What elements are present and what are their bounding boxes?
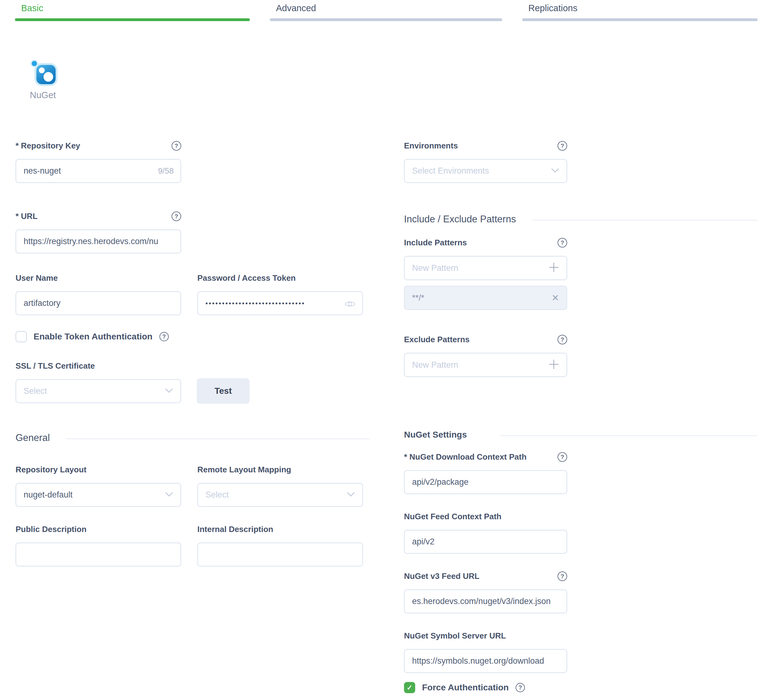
enable-token-authentication-row: Enable Token Authentication ?	[16, 331, 169, 342]
help-icon[interactable]: ?	[557, 335, 567, 344]
include-pattern-item: **/* ✕	[404, 286, 567, 310]
public-description-input[interactable]	[16, 543, 181, 567]
nuget-download-context-path-field: * NuGet Download Context Path ?	[404, 452, 567, 494]
exclude-patterns-input[interactable]	[412, 354, 530, 376]
nuget-settings-divider	[500, 435, 757, 436]
tab-advanced-label: Advanced	[270, 3, 502, 13]
repository-layout-value: nuget-default	[24, 490, 73, 500]
nuget-symbol-server-url-field: NuGet Symbol Server URL	[404, 630, 567, 673]
public-description-field: Public Description	[16, 524, 181, 568]
nuget-feed-context-path-input[interactable]	[404, 530, 567, 554]
tab-advanced[interactable]: Advanced	[270, 3, 502, 21]
nuget-download-context-path-label: * NuGet Download Context Path	[404, 452, 527, 462]
help-icon[interactable]: ?	[557, 452, 567, 462]
repository-layout-field: Repository Layout nuget-default	[16, 464, 181, 507]
repository-layout-select[interactable]: nuget-default	[16, 483, 181, 507]
exclude-patterns-new-pattern[interactable]	[404, 353, 567, 377]
internal-description-field: Internal Description	[197, 524, 363, 568]
remote-layout-mapping-field: Remote Layout Mapping Select	[197, 464, 363, 507]
test-button[interactable]: Test	[197, 378, 250, 404]
help-icon[interactable]: ?	[557, 238, 567, 248]
nuget-package-type-icon	[31, 61, 61, 90]
eye-icon[interactable]	[344, 300, 355, 310]
enable-token-authentication-label: Enable Token Authentication	[33, 332, 153, 341]
remote-layout-mapping-placeholder: Select	[205, 490, 229, 500]
tab-basic-label: Basic	[15, 3, 250, 13]
enable-token-authentication-checkbox[interactable]	[16, 331, 27, 342]
include-patterns-field: Include Patterns ? **/* ✕	[404, 237, 567, 310]
force-authentication-label: Force Authentication	[422, 683, 509, 692]
nuget-symbol-server-url-input[interactable]	[404, 649, 567, 673]
nuget-v3-feed-url-input[interactable]	[404, 589, 567, 613]
patterns-section-title: Include / Exclude Patterns	[404, 214, 516, 225]
exclude-patterns-label: Exclude Patterns	[404, 334, 469, 345]
chevron-down-icon	[165, 492, 173, 498]
check-icon: ✓	[406, 684, 412, 691]
public-description-label: Public Description	[16, 524, 86, 535]
help-icon[interactable]: ?	[557, 141, 567, 151]
help-icon[interactable]: ?	[557, 571, 567, 581]
remove-pattern-icon[interactable]: ✕	[552, 294, 559, 303]
force-authentication-row: ✓ Force Authentication ?	[404, 682, 525, 693]
help-icon[interactable]: ?	[516, 683, 525, 692]
tab-basic-underline	[15, 18, 250, 21]
environments-select[interactable]: Select Environments	[404, 159, 567, 183]
help-icon[interactable]: ?	[172, 141, 181, 151]
repository-key-input[interactable]	[16, 159, 181, 183]
internal-description-label: Internal Description	[197, 524, 273, 535]
patterns-section-divider	[532, 220, 757, 221]
nuget-download-context-path-input[interactable]	[404, 470, 567, 494]
repository-layout-label: Repository Layout	[16, 464, 86, 475]
chevron-down-icon	[551, 168, 559, 174]
general-section-divider	[66, 438, 370, 439]
environments-placeholder: Select Environments	[412, 166, 489, 176]
password-field: Password / Access Token ••••••••••••••••…	[197, 273, 363, 315]
url-field: * URL ?	[16, 211, 181, 253]
ssl-certificate-field: SSL / TLS Certificate Select	[16, 360, 181, 403]
nuget-logo-square	[37, 65, 56, 84]
nuget-settings-section-title: NuGet Settings	[404, 430, 467, 440]
add-pattern-icon[interactable]	[549, 359, 559, 371]
repository-key-label: * Repository Key	[16, 140, 80, 151]
tab-replications[interactable]: Replications	[522, 3, 757, 21]
ssl-certificate-label: SSL / TLS Certificate	[16, 360, 95, 371]
general-section-title: General	[16, 432, 50, 443]
environments-label: Environments	[404, 140, 458, 151]
exclude-patterns-field: Exclude Patterns ?	[404, 334, 567, 377]
nuget-logo-dot	[32, 61, 37, 66]
masked-password-value: ••••••••••••••••••••••••••••••	[205, 299, 305, 308]
nuget-v3-feed-url-label: NuGet v3 Feed URL	[404, 571, 479, 581]
chevron-down-icon	[165, 388, 173, 394]
include-patterns-input[interactable]	[412, 257, 530, 279]
tab-basic[interactable]: Basic	[15, 3, 250, 21]
user-name-label: User Name	[16, 273, 58, 283]
help-icon[interactable]: ?	[159, 332, 169, 341]
url-label: * URL	[16, 211, 38, 221]
password-input[interactable]: ••••••••••••••••••••••••••••••	[197, 291, 363, 315]
user-name-field: User Name	[16, 273, 181, 315]
user-name-input[interactable]	[16, 291, 181, 315]
nuget-feed-context-path-field: NuGet Feed Context Path	[404, 511, 567, 554]
include-patterns-new-pattern[interactable]	[404, 256, 567, 280]
add-pattern-icon[interactable]	[549, 262, 559, 274]
remote-layout-mapping-label: Remote Layout Mapping	[197, 464, 291, 475]
ssl-certificate-placeholder: Select	[24, 386, 47, 396]
nuget-v3-feed-url-field: NuGet v3 Feed URL ?	[404, 571, 567, 613]
environments-field: Environments ? Select Environments	[404, 140, 567, 183]
ssl-certificate-select[interactable]: Select	[16, 379, 181, 403]
internal-description-input[interactable]	[197, 543, 363, 567]
tab-replications-label: Replications	[522, 3, 757, 13]
remote-layout-mapping-select[interactable]: Select	[197, 483, 363, 507]
chevron-down-icon	[347, 492, 355, 498]
tab-advanced-underline	[270, 18, 502, 21]
nuget-symbol-server-url-label: NuGet Symbol Server URL	[404, 630, 506, 641]
include-patterns-label: Include Patterns	[404, 237, 467, 248]
repository-key-field: * Repository Key ? 9/58	[16, 140, 181, 183]
force-authentication-checkbox[interactable]: ✓	[404, 682, 415, 693]
package-type-label: NuGet	[30, 90, 56, 100]
tab-replications-underline	[522, 18, 757, 21]
help-icon[interactable]: ?	[172, 211, 181, 221]
url-input[interactable]	[16, 230, 181, 253]
password-label: Password / Access Token	[197, 273, 296, 283]
nuget-feed-context-path-label: NuGet Feed Context Path	[404, 511, 501, 522]
